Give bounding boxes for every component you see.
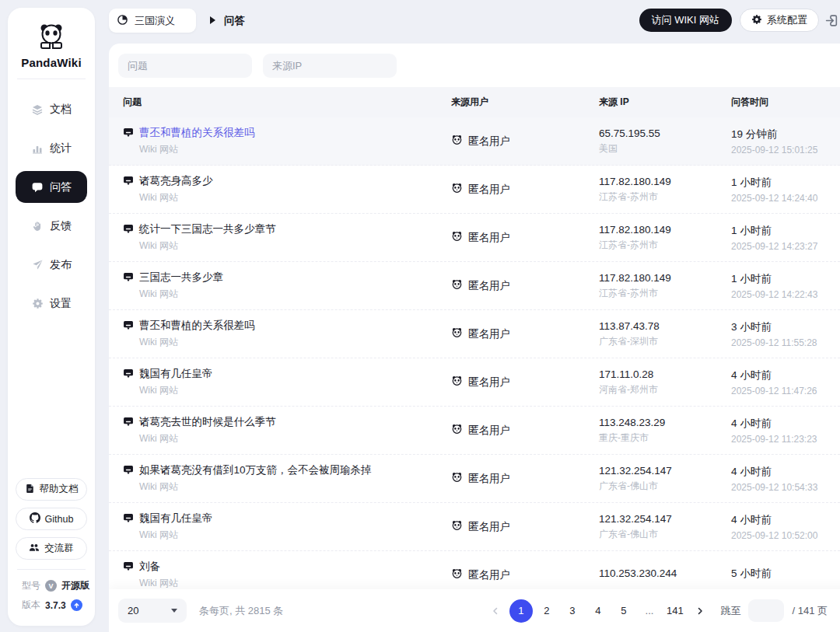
- time-cell: 19 分钟前 2025-09-12 15:01:25: [731, 127, 840, 155]
- question-filter-input[interactable]: [118, 54, 252, 78]
- panda-user-icon: [451, 520, 463, 533]
- sidebar-item-publish[interactable]: 发布: [16, 249, 87, 281]
- sidebar-item-qa[interactable]: 问答: [16, 171, 87, 203]
- page-button[interactable]: 4: [586, 599, 610, 623]
- edition-badge-icon: V: [45, 580, 57, 592]
- table-row[interactable]: 魏国有几任皇帝 Wiki 网站: [109, 358, 840, 407]
- question-link[interactable]: 魏国有几任皇帝: [139, 367, 213, 381]
- logout-icon[interactable]: [825, 14, 838, 27]
- table-row[interactable]: 诸葛亮身高多少 Wiki 网站: [109, 166, 840, 214]
- jump-to-input[interactable]: [748, 599, 784, 622]
- chat-icon: [31, 181, 44, 194]
- top-bar: 三国演义 问答 访问 WIKI 网站 系统配置: [109, 9, 840, 33]
- question-source: Wiki 网站: [139, 480, 451, 494]
- user-name: 匿名用户: [468, 568, 510, 582]
- ip-value: 117.82.180.149: [599, 224, 731, 236]
- question-monitor-icon: [123, 512, 134, 526]
- question-monitor-icon: [123, 416, 134, 429]
- page-button[interactable]: 1: [509, 599, 533, 623]
- user-name: 匿名用户: [468, 375, 510, 389]
- table-row[interactable]: 曹丕和曹植的关系很差吗 Wiki 网站: [109, 117, 840, 166]
- ip-cell: 121.32.254.147 广东省-佛山市: [599, 513, 731, 541]
- page-button[interactable]: 3: [561, 599, 584, 623]
- question-link[interactable]: 诸葛亮去世的时候是什么季节: [139, 415, 276, 429]
- page-button[interactable]: 141: [663, 599, 687, 623]
- time-cell: 1 小时前 2025-09-12 14:24:40: [731, 176, 840, 204]
- visit-wiki-button[interactable]: 访问 WIKI 网站: [639, 9, 732, 32]
- help-docs-button[interactable]: 帮助文档: [16, 478, 87, 501]
- page-button[interactable]: 5: [612, 599, 635, 623]
- user-cell: 匿名用户: [451, 231, 599, 245]
- page-button[interactable]: 2: [535, 599, 558, 623]
- source-ip-filter-input[interactable]: [263, 54, 397, 78]
- user-cell: 匿名用户: [451, 279, 599, 293]
- filter-bar: [109, 44, 840, 87]
- user-name: 匿名用户: [468, 279, 510, 293]
- prev-page-icon[interactable]: [486, 602, 505, 620]
- sidebar-item-label: 文档: [50, 103, 72, 117]
- breadcrumb-kb[interactable]: 三国演义: [109, 9, 196, 33]
- github-button[interactable]: Github: [16, 508, 87, 530]
- next-page-icon[interactable]: [691, 602, 709, 620]
- page-size-select[interactable]: 20: [118, 599, 187, 623]
- question-cell: 统计一下三国志一共多少章节 Wiki 网站: [123, 222, 451, 253]
- sidebar-item-docs[interactable]: 文档: [16, 93, 87, 125]
- table-row[interactable]: 统计一下三国志一共多少章节 Wiki 网站: [109, 214, 840, 262]
- user-cell: 匿名用户: [451, 424, 599, 438]
- sidebar-item-stats[interactable]: 统计: [16, 132, 87, 164]
- table-row[interactable]: 如果诸葛亮没有借到10万支箭，会不会被周瑜杀掉 Wiki 网站: [109, 455, 840, 503]
- time-relative: 3 小时前: [731, 320, 840, 334]
- table-row[interactable]: 曹丕和曹植的关系很差吗 Wiki 网站: [109, 310, 840, 358]
- community-button[interactable]: 交流群: [16, 537, 87, 560]
- table-row[interactable]: 三国志一共多少章 Wiki 网站: [109, 262, 840, 310]
- ip-location: 美国: [599, 142, 731, 155]
- sidebar-item-feedback[interactable]: 反馈: [16, 210, 87, 242]
- question-monitor-icon: [123, 560, 134, 574]
- ip-cell: 121.32.254.147 广东省-佛山市: [599, 465, 731, 493]
- question-link[interactable]: 统计一下三国志一共多少章节: [139, 222, 276, 236]
- question-link[interactable]: 魏国有几任皇帝: [139, 512, 213, 526]
- system-config-label: 系统配置: [767, 13, 807, 27]
- ip-cell: 117.82.180.149 江苏省-苏州市: [599, 272, 731, 300]
- user-name: 匿名用户: [468, 231, 510, 245]
- breadcrumb-kb-name: 三国演义: [135, 14, 175, 28]
- question-link[interactable]: 曹丕和曹植的关系很差吗: [139, 126, 255, 140]
- question-source: Wiki 网站: [139, 384, 451, 397]
- question-cell: 诸葛亮身高多少 Wiki 网站: [123, 174, 451, 204]
- panda-user-icon: [451, 472, 463, 485]
- page-title: 问答: [224, 14, 245, 28]
- question-monitor-icon: [123, 127, 134, 140]
- time-relative: 4 小时前: [731, 368, 840, 382]
- ip-location: 广东省-佛山市: [599, 480, 731, 493]
- time-cell: 3 小时前 2025-09-12 11:55:28: [731, 320, 840, 348]
- ip-value: 117.82.180.149: [599, 176, 731, 187]
- time-cell: 4 小时前 2025-09-12 11:47:26: [731, 368, 840, 396]
- question-link[interactable]: 三国志一共多少章: [139, 271, 223, 285]
- question-monitor-icon: [123, 464, 134, 477]
- upgrade-icon[interactable]: [71, 599, 82, 611]
- time-absolute: 2025-09-12 11:55:28: [731, 337, 840, 348]
- page-size-value: 20: [128, 605, 138, 616]
- ip-value: 110.253.230.244: [599, 567, 731, 579]
- system-config-button[interactable]: 系统配置: [740, 9, 819, 32]
- table-row[interactable]: 诸葛亮去世的时候是什么季节 Wiki 网站: [109, 407, 840, 455]
- user-name: 匿名用户: [468, 183, 510, 197]
- ip-value: 113.248.23.29: [599, 417, 731, 428]
- brand-name: PandaWiki: [8, 56, 95, 69]
- question-link[interactable]: 如果诸葛亮没有借到10万支箭，会不会被周瑜杀掉: [139, 463, 372, 477]
- stats-icon: [31, 142, 44, 155]
- time-absolute: 2025-09-12 10:54:33: [731, 482, 840, 493]
- ip-value: 121.32.254.147: [599, 465, 731, 477]
- question-link[interactable]: 诸葛亮身高多少: [139, 174, 213, 188]
- time-absolute: 2025-09-12 11:47:26: [731, 386, 840, 396]
- user-name: 匿名用户: [468, 327, 510, 341]
- question-monitor-icon: [123, 319, 134, 333]
- chevron-down-icon: [171, 609, 177, 613]
- table-row[interactable]: 魏国有几任皇帝 Wiki 网站: [109, 503, 840, 551]
- question-link[interactable]: 曹丕和曹植的关系很差吗: [139, 319, 255, 333]
- user-cell: 匿名用户: [451, 520, 599, 534]
- sidebar-item-settings[interactable]: 设置: [16, 288, 87, 319]
- question-link[interactable]: 刘备: [139, 560, 160, 574]
- table-body: 曹丕和曹植的关系很差吗 Wiki 网站: [109, 117, 840, 599]
- panda-user-icon: [451, 134, 463, 148]
